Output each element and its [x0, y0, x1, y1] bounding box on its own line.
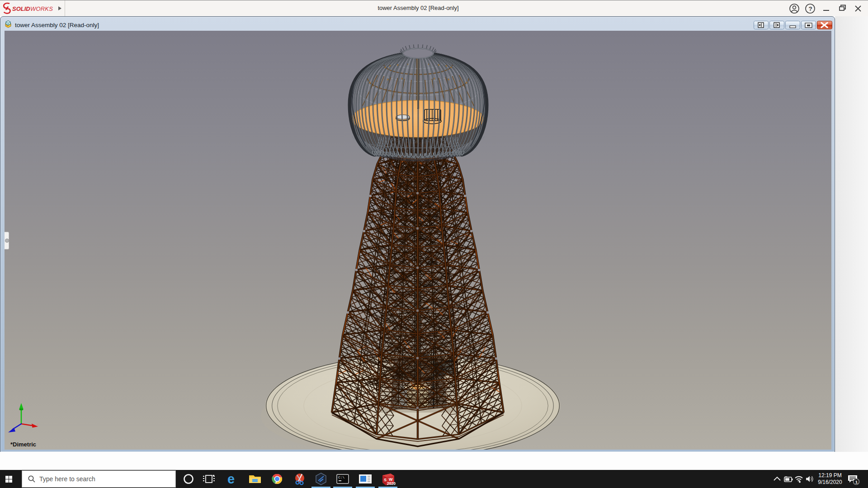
- svg-text:2020: 2020: [387, 481, 396, 486]
- svg-text:?: ?: [809, 5, 812, 12]
- svg-text:e: e: [227, 472, 235, 486]
- svg-text:x: x: [37, 422, 39, 427]
- svg-text:1: 1: [855, 479, 858, 484]
- svg-text:C:\: C:\: [338, 475, 345, 479]
- svg-text:S: S: [384, 478, 387, 482]
